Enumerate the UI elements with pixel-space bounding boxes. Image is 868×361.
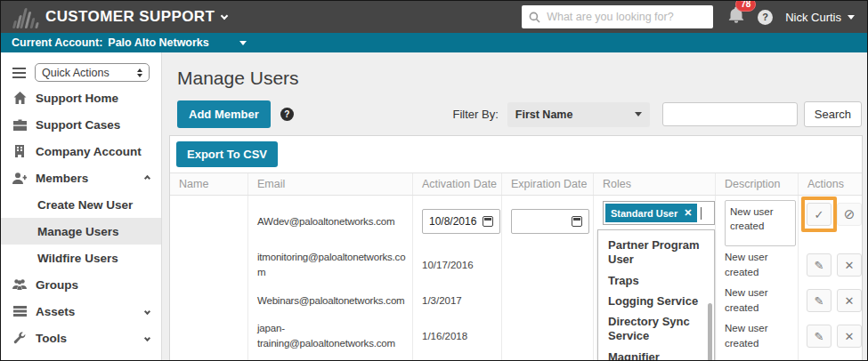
cell-name [170, 318, 247, 354]
wrench-icon [12, 332, 27, 344]
calendar-icon[interactable] [483, 216, 493, 227]
cell-expiration [501, 247, 593, 283]
roles-multiselect[interactable]: Standard User ✕ [603, 201, 715, 225]
role-chip: Standard User ✕ [605, 204, 697, 222]
filter-value-input[interactable] [662, 102, 798, 126]
cell-email: AWdev@paloaltonetworks.com [247, 196, 412, 247]
column-header-email: Email [247, 173, 412, 195]
dropdown-scrollbar[interactable] [708, 303, 712, 361]
notification-badge: 78 [735, 0, 756, 12]
toolbar: Add Member ? Filter By: First Name Searc… [177, 100, 862, 128]
global-search [522, 5, 713, 28]
help-icon[interactable]: ? [280, 108, 294, 121]
quick-actions-row: Quick Actions [1, 60, 161, 84]
chevron-down-icon [635, 112, 642, 116]
cell-expiration [501, 283, 593, 318]
search-input[interactable] [547, 11, 706, 23]
cell-email: Webinars@paloaltonetworks.com [247, 283, 412, 318]
chevron-down-icon [221, 12, 228, 19]
column-header-description: Description [715, 173, 798, 195]
cell-description: New user created [715, 318, 798, 354]
table-row: japan-training@paloaltonetworks.com 1/16… [170, 318, 862, 354]
sidebar-item-support-home[interactable]: Support Home [1, 84, 161, 111]
roles-dropdown: Partner Program User Traps Logging Servi… [597, 229, 715, 361]
cell-name [170, 247, 247, 283]
sidebar-item-groups[interactable]: Groups [1, 271, 161, 298]
filter-selected-value: First Name [515, 108, 573, 121]
role-option-logging-service[interactable]: Logging Service [598, 293, 714, 310]
column-header-activation: Activation Date [412, 173, 501, 195]
menu-icon[interactable] [12, 68, 26, 78]
confirm-button[interactable]: ✓ [807, 203, 831, 226]
cell-name [170, 196, 247, 247]
delete-button[interactable]: ✕ [837, 325, 862, 348]
chevron-down-icon [144, 334, 150, 341]
role-option-partner-program-user[interactable]: Partner Program User [598, 237, 714, 269]
sidebar: Quick Actions Support Home Support Cases… [1, 52, 162, 361]
sidebar-item-assets[interactable]: Assets [1, 298, 161, 325]
delete-button[interactable]: ✕ [837, 289, 862, 312]
home-icon [12, 92, 27, 104]
column-header-actions: Actions [798, 173, 862, 195]
table-row: BESAdmin BESAdmin@paloaltonetworks.com 4… [170, 354, 862, 361]
cell-description: New user created [715, 247, 798, 283]
chevron-up-icon [144, 174, 150, 180]
column-header-roles: Roles [593, 173, 715, 195]
export-csv-button[interactable]: Export To CSV [176, 141, 278, 167]
delete-button[interactable]: ✕ [837, 253, 862, 277]
table-row: itmonitoring@paloaltonetworks.com 10/17/… [170, 247, 862, 283]
table-row: AWdev@paloaltonetworks.com 10/8/2016 [170, 196, 862, 247]
sidebar-item-tools[interactable]: Tools [1, 325, 161, 351]
cell-email: itmonitoring@paloaltonetworks.com [247, 247, 412, 283]
cell-name [170, 283, 247, 318]
account-dropdown-toggle[interactable] [239, 41, 247, 45]
search-icon [529, 12, 540, 23]
building-icon [12, 145, 27, 157]
select-updown-icon [137, 68, 142, 77]
cancel-button[interactable]: ⊘ [837, 203, 862, 226]
expiration-date-input[interactable] [511, 209, 589, 234]
edit-button[interactable]: ✎ [807, 325, 831, 348]
calendar-icon[interactable] [572, 216, 582, 227]
user-menu[interactable]: Nick Curtis [785, 11, 855, 24]
user-name: Nick Curtis [785, 11, 841, 24]
top-header: CUSTOMER SUPPORT 78 ? Nick Curtis [1, 1, 867, 33]
edit-button[interactable]: ✎ [807, 253, 831, 277]
cell-expiration [501, 318, 593, 354]
role-option-directory-sync-service[interactable]: Directory Sync Service [598, 313, 714, 346]
role-option-magnifier[interactable]: Magnifier [598, 349, 714, 361]
sidebar-item-members[interactable]: Members [1, 164, 161, 191]
brand-logo-icon [13, 5, 38, 28]
sidebar-item-create-new-user[interactable]: Create New User [1, 191, 161, 218]
app-window: CUSTOMER SUPPORT 78 ? Nick Curtis Curren… [0, 0, 868, 361]
notifications-button[interactable]: 78 [727, 6, 747, 28]
sidebar-item-support-cases[interactable]: Support Cases [1, 111, 161, 138]
text-cursor [701, 207, 702, 220]
add-member-button[interactable]: Add Member [177, 100, 271, 128]
cell-expiration [501, 354, 593, 361]
help-button[interactable]: ? [758, 10, 773, 25]
sidebar-item-wildfire-users[interactable]: Wildfire Users [1, 245, 161, 271]
filter-field-select[interactable]: First Name [507, 102, 650, 127]
search-button[interactable]: Search [804, 101, 862, 127]
quick-actions-select[interactable]: Quick Actions [35, 63, 150, 82]
current-account-value: Palo Alto Networks [108, 36, 208, 49]
quick-actions-label: Quick Actions [42, 67, 110, 79]
sidebar-item-manage-users[interactable]: Manage Users [1, 218, 161, 245]
edit-button[interactable]: ✎ [807, 289, 831, 312]
chevron-down-icon [144, 308, 150, 314]
cell-name: BESAdmin [170, 354, 247, 361]
users-group-icon [12, 279, 27, 290]
activation-date-input[interactable]: 10/8/2016 [422, 209, 500, 234]
user-plus-icon [12, 172, 27, 184]
sidebar-item-company-account[interactable]: Company Account [1, 138, 161, 164]
table-row: Webinars@paloaltonetworks.com 1/3/2017 N… [170, 283, 862, 318]
app-switcher[interactable]: CUSTOMER SUPPORT [45, 8, 227, 26]
cell-activation: 1/16/2018 [412, 318, 501, 354]
current-account-label: Current Account: [12, 36, 102, 49]
cell-activation: 1/3/2017 [412, 283, 501, 318]
role-option-traps[interactable]: Traps [598, 272, 714, 290]
description-textarea[interactable]: New user created [725, 200, 796, 246]
remove-chip-icon[interactable]: ✕ [684, 207, 692, 219]
cell-description: New user created [715, 354, 798, 361]
